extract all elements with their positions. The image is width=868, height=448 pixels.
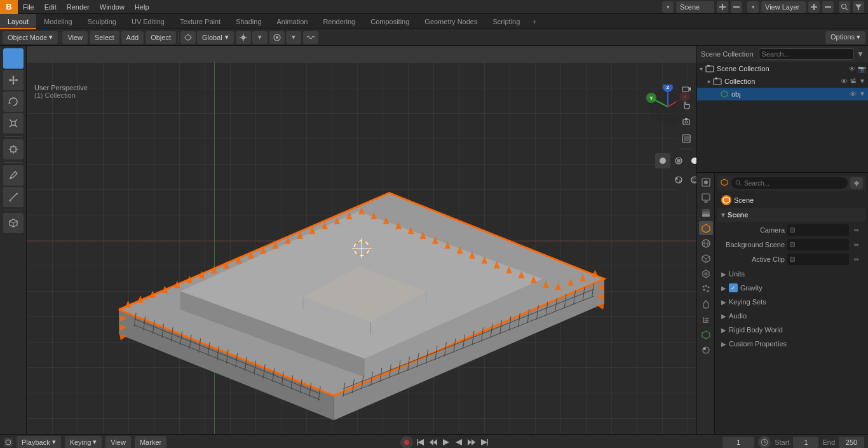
rendered-shading-btn[interactable]: [687, 153, 697, 168]
viewlayer-remove-btn[interactable]: [822, 1, 834, 13]
prop-tab-object-data[interactable]: [699, 328, 713, 342]
snap-options[interactable]: ▾: [252, 31, 268, 44]
play-forward-btn[interactable]: [454, 437, 464, 447]
prop-tab-particles[interactable]: [699, 282, 713, 296]
time-mode-btn[interactable]: [758, 436, 771, 449]
proportional-edit-toggle[interactable]: [269, 31, 285, 44]
menu-help[interactable]: Help: [130, 0, 154, 14]
scene-add-btn[interactable]: [717, 1, 728, 13]
tab-scripting[interactable]: Scripting: [485, 14, 527, 29]
prop-tab-material[interactable]: [699, 343, 713, 357]
tool-rotate[interactable]: [3, 92, 24, 112]
filter-icon[interactable]: [853, 1, 864, 13]
transform-cursor-btn[interactable]: [180, 31, 196, 44]
viewport-render-btn[interactable]: [679, 131, 694, 146]
viewport-camera-btn[interactable]: [679, 81, 694, 97]
gravity-checkbox[interactable]: ✓: [729, 283, 738, 292]
add-workspace-btn[interactable]: +: [527, 18, 541, 25]
timeline-mode-btn[interactable]: [4, 438, 13, 447]
snap-toggle[interactable]: [236, 31, 251, 44]
material-shading-btn[interactable]: [671, 153, 686, 168]
collection-action-render[interactable]: 📽: [850, 78, 857, 85]
scene-section-header[interactable]: ▾ Scene: [717, 208, 865, 222]
playback-menu[interactable]: Playback▾: [17, 436, 61, 449]
tab-modeling[interactable]: Modeling: [36, 14, 80, 29]
audio-section[interactable]: ▶ Audio: [717, 309, 865, 323]
timeline-view-menu[interactable]: View: [105, 436, 131, 449]
jump-end-btn[interactable]: [479, 437, 489, 447]
menu-file[interactable]: File: [18, 0, 39, 14]
object-menu[interactable]: Object: [146, 31, 176, 44]
select-menu[interactable]: Select: [90, 31, 119, 44]
viewport-hand-btn[interactable]: [679, 98, 694, 113]
outliner-filter-icon[interactable]: ▼: [857, 50, 864, 58]
search-icon[interactable]: [839, 1, 850, 13]
wave-btn[interactable]: [303, 31, 318, 44]
tab-geometry-nodes[interactable]: Geometry Nodes: [417, 14, 485, 29]
custom-properties-section[interactable]: ▶ Custom Properties: [717, 337, 865, 351]
start-frame-input[interactable]: 1: [793, 437, 818, 448]
timeline-marker-menu[interactable]: Marker: [135, 436, 166, 449]
props-pin-btn[interactable]: [850, 177, 863, 189]
outliner-action-eye[interactable]: 👁: [849, 65, 855, 72]
mode-selector[interactable]: Object Mode ▾: [3, 31, 58, 44]
tool-cursor[interactable]: [3, 48, 24, 69]
overlay-toggle-btn[interactable]: [671, 172, 686, 187]
view-menu[interactable]: View: [62, 31, 88, 44]
outliner-search-input[interactable]: [759, 48, 855, 60]
menu-window[interactable]: Window: [95, 0, 130, 14]
outliner-scene-collection[interactable]: ▾ Scene Collection 👁 📷: [697, 62, 868, 75]
viewlayer-selector-icon[interactable]: ▾: [747, 1, 759, 13]
prop-tab-constraints[interactable]: [699, 313, 713, 327]
units-section[interactable]: ▶ Units: [717, 267, 865, 281]
scene-selector-icon[interactable]: ▾: [662, 1, 674, 13]
step-forward-btn[interactable]: [466, 437, 477, 447]
tool-scale[interactable]: [3, 113, 24, 133]
prop-tab-world[interactable]: [699, 236, 713, 250]
viewlayer-add-btn[interactable]: [808, 1, 820, 13]
add-menu[interactable]: Add: [121, 31, 144, 44]
background-scene-edit-btn[interactable]: ✏: [851, 240, 862, 250]
tool-transform[interactable]: [3, 139, 24, 160]
options-btn[interactable]: Options ▾: [825, 31, 865, 44]
collection-action-filter[interactable]: ▼: [859, 78, 865, 85]
camera-edit-btn[interactable]: ✏: [851, 225, 862, 235]
active-clip-field[interactable]: [787, 254, 849, 265]
menu-edit[interactable]: Edit: [39, 0, 62, 14]
tab-texture-paint[interactable]: Texture Paint: [172, 14, 228, 29]
prop-tab-scene[interactable]: [699, 221, 713, 235]
menu-render[interactable]: Render: [62, 0, 95, 14]
viewport-camera2-btn[interactable]: [679, 114, 694, 130]
current-frame-input[interactable]: 1: [722, 437, 754, 448]
prop-tab-object[interactable]: [699, 252, 713, 266]
tab-uv-editing[interactable]: UV Editing: [124, 14, 172, 29]
outliner-collection[interactable]: ▾ Collection 👁 📽 ▼: [697, 75, 868, 88]
prop-tab-output[interactable]: [699, 191, 713, 205]
tool-annotate[interactable]: [3, 165, 24, 186]
tab-sculpting[interactable]: Sculpting: [80, 14, 124, 29]
camera-value-field[interactable]: [787, 224, 849, 236]
viewport-3d[interactable]: User Perspective (1) Collection X Y: [27, 46, 696, 434]
jump-start-btn[interactable]: [416, 437, 426, 447]
props-search-input[interactable]: [744, 180, 844, 187]
record-btn[interactable]: [400, 436, 413, 449]
proportional-options[interactable]: ▾: [286, 31, 301, 44]
prop-tab-physics[interactable]: [699, 297, 713, 311]
tab-rendering[interactable]: Rendering: [315, 14, 363, 29]
tool-add-cube[interactable]: [3, 213, 24, 233]
tab-compositing[interactable]: Compositing: [363, 14, 417, 29]
obj-action-eye[interactable]: 👁: [850, 90, 857, 98]
prop-tab-view-layer[interactable]: [699, 206, 713, 220]
collection-action-eye[interactable]: 👁: [841, 78, 848, 85]
background-scene-field[interactable]: [787, 239, 849, 250]
tool-measure[interactable]: [3, 187, 24, 207]
prop-tab-modifier[interactable]: [699, 267, 713, 281]
viewlayer-input[interactable]: View Layer: [761, 1, 806, 13]
scene-remove-btn[interactable]: [731, 1, 742, 13]
tab-shading[interactable]: Shading: [228, 14, 269, 29]
tool-move[interactable]: [3, 70, 24, 90]
prop-tab-render[interactable]: [699, 175, 713, 189]
step-back-btn[interactable]: [428, 437, 438, 447]
scene-input[interactable]: Scene: [676, 1, 714, 13]
keying-sets-section[interactable]: ▶ Keying Sets: [717, 295, 865, 309]
